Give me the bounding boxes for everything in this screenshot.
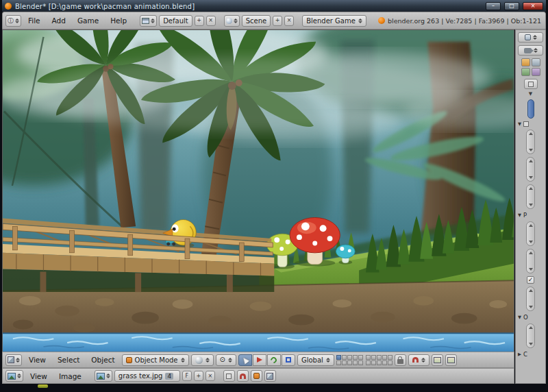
lock-to-scene-button[interactable] bbox=[395, 354, 406, 366]
value-slider[interactable] bbox=[526, 286, 535, 311]
vertical-toggle[interactable] bbox=[527, 99, 534, 119]
layer-toggle[interactable] bbox=[336, 360, 341, 365]
layer-toggle[interactable] bbox=[382, 360, 387, 365]
render-opengl-button[interactable] bbox=[432, 354, 443, 366]
layer-toggle[interactable] bbox=[358, 355, 363, 360]
menu-help[interactable]: Help bbox=[105, 15, 132, 26]
layer-toggle[interactable] bbox=[371, 355, 376, 360]
tab-scene[interactable] bbox=[532, 58, 540, 66]
image-name-field[interactable]: grass tex.jpg 4 bbox=[114, 370, 180, 382]
chevron-down-icon: ▼ bbox=[518, 315, 521, 320]
3dview-editor-icon bbox=[8, 356, 14, 363]
window-title: Blender* [D:\game work\pacman animation.… bbox=[15, 3, 482, 10]
layer-toggle[interactable] bbox=[377, 355, 382, 360]
window-titlebar[interactable]: Blender* [D:\game work\pacman animation.… bbox=[2, 0, 546, 12]
panel-header-c[interactable]: ▶ C bbox=[516, 351, 545, 358]
plus-icon: + bbox=[275, 18, 280, 23]
editor-type-button-info[interactable]: ⓘ bbox=[5, 15, 21, 27]
editor-type-button-properties[interactable] bbox=[518, 32, 543, 42]
layer-toggle[interactable] bbox=[353, 355, 358, 360]
menu-select[interactable]: Select bbox=[53, 354, 84, 365]
translate-manipulator-button[interactable] bbox=[253, 354, 266, 366]
scene-icon bbox=[226, 18, 232, 24]
menu-game[interactable]: Game bbox=[73, 15, 103, 26]
layer-toggle[interactable] bbox=[347, 360, 352, 365]
layer-toggle[interactable] bbox=[366, 355, 371, 360]
tab-object[interactable] bbox=[532, 68, 540, 76]
layer-toggle[interactable] bbox=[358, 360, 363, 365]
3d-viewport[interactable] bbox=[2, 29, 514, 352]
value-slider[interactable] bbox=[526, 249, 535, 273]
scale-manipulator-button[interactable] bbox=[282, 354, 295, 366]
tab-world[interactable] bbox=[521, 68, 530, 76]
properties-pin-button[interactable] bbox=[524, 79, 538, 89]
snap-selector[interactable] bbox=[408, 354, 429, 366]
rotate-manipulator-button[interactable] bbox=[267, 354, 281, 366]
layer-toggle[interactable] bbox=[388, 360, 393, 365]
value-slider[interactable] bbox=[526, 184, 535, 209]
maximize-icon: □ bbox=[509, 3, 514, 9]
panel-header-top[interactable]: ▼ bbox=[516, 121, 545, 127]
transform-orientation-selector[interactable]: Global bbox=[297, 354, 334, 366]
image-new-button[interactable]: + bbox=[194, 371, 203, 381]
chevron-updown-icon bbox=[326, 358, 330, 363]
layer-toggle[interactable] bbox=[347, 355, 352, 360]
panel-collapse-icon[interactable]: ▼ bbox=[529, 92, 532, 97]
layer-toggle[interactable] bbox=[388, 355, 393, 360]
editor-type-button-3dview[interactable] bbox=[5, 354, 22, 366]
menu-view-3d[interactable]: View bbox=[24, 354, 51, 365]
layer-toggle[interactable] bbox=[382, 355, 387, 360]
layer-toggle[interactable] bbox=[377, 360, 382, 365]
screen-layout-delete-button[interactable]: × bbox=[206, 16, 216, 26]
scene-browse-button[interactable] bbox=[224, 15, 240, 27]
menu-view-image[interactable]: View bbox=[25, 371, 52, 382]
properties-context-selector[interactable] bbox=[518, 45, 543, 56]
value-slider[interactable] bbox=[526, 130, 535, 154]
value-slider[interactable] bbox=[526, 323, 535, 348]
minimize-button[interactable]: – bbox=[486, 2, 501, 10]
close-button[interactable]: × bbox=[523, 2, 543, 10]
viewport-scene[interactable] bbox=[3, 30, 514, 352]
scene-add-button[interactable]: + bbox=[273, 16, 282, 26]
layer-toggle[interactable] bbox=[353, 360, 358, 365]
uv-snap-button[interactable] bbox=[237, 370, 249, 382]
render-engine-selector[interactable]: Blender Game bbox=[302, 15, 366, 27]
properties-region[interactable]: ▼ ▼ ▼ P ✓ ▼ O ▶ C bbox=[515, 29, 546, 384]
layer-toggle[interactable] bbox=[336, 355, 341, 360]
layer-grid-right bbox=[366, 355, 393, 365]
value-slider[interactable] bbox=[526, 221, 535, 246]
scene-selector[interactable]: Scene bbox=[242, 15, 271, 27]
render-opengl-anim-button[interactable] bbox=[445, 354, 457, 366]
image-browse-button[interactable] bbox=[95, 370, 112, 382]
screen-layout-browse-button[interactable] bbox=[140, 15, 157, 27]
uv-vertex-button[interactable] bbox=[251, 370, 262, 382]
screen-layout-add-button[interactable]: + bbox=[195, 16, 204, 26]
water[interactable] bbox=[3, 333, 514, 352]
panel-header-o[interactable]: ▼ O bbox=[516, 314, 545, 321]
editor-type-button-image[interactable] bbox=[5, 370, 23, 382]
viewport-shading-selector[interactable] bbox=[191, 354, 214, 366]
maximize-button[interactable]: □ bbox=[504, 2, 519, 10]
layer-toggle[interactable] bbox=[342, 360, 347, 365]
layer-toggle[interactable] bbox=[371, 360, 376, 365]
layer-toggle[interactable] bbox=[366, 360, 371, 365]
fake-user-button[interactable]: F bbox=[182, 371, 192, 381]
value-slider[interactable] bbox=[526, 157, 535, 182]
image-users-count: 4 bbox=[165, 373, 173, 380]
menu-image[interactable]: Image bbox=[54, 371, 86, 382]
image-pin-button[interactable] bbox=[223, 370, 235, 382]
panel-header-p[interactable]: ▼ P bbox=[516, 212, 545, 219]
tab-render[interactable] bbox=[521, 58, 530, 66]
image-paint-button[interactable] bbox=[264, 370, 276, 382]
menu-file[interactable]: File bbox=[23, 15, 45, 26]
layer-toggle[interactable] bbox=[342, 355, 347, 360]
scene-delete-button[interactable]: × bbox=[284, 16, 294, 26]
image-unlink-button[interactable]: × bbox=[206, 371, 215, 381]
menu-object[interactable]: Object bbox=[86, 354, 119, 365]
mode-selector[interactable]: Object Mode bbox=[122, 354, 189, 366]
manipulator-toggle-button[interactable] bbox=[238, 354, 252, 366]
screen-layout-selector[interactable]: Default bbox=[159, 15, 192, 27]
pivot-point-selector[interactable]: ⊙ bbox=[216, 354, 236, 366]
checkbox-enabled[interactable]: ✓ bbox=[527, 276, 534, 284]
menu-add[interactable]: Add bbox=[47, 15, 71, 26]
